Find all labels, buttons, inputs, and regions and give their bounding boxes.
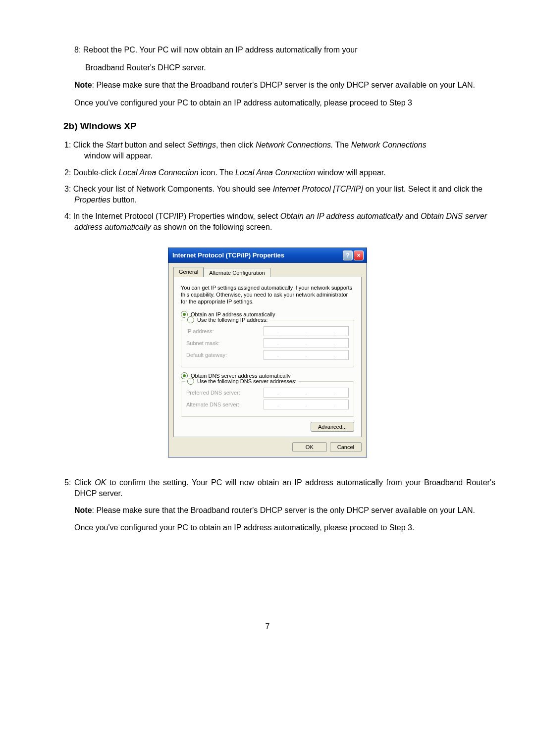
s3b: Internet Protocol [TCP/IP] bbox=[273, 185, 363, 193]
dialog-title: Internet Protocol (TCP/IP) Properties bbox=[172, 252, 284, 259]
step-4: 4: In the Internet Protocol (TCP/IP) Pro… bbox=[74, 211, 495, 232]
alt-dns-row: Alternate DNS server: ... bbox=[186, 400, 349, 409]
close-icon[interactable]: × bbox=[354, 251, 364, 260]
s1a: 1: Click the bbox=[64, 141, 106, 149]
subnet-input: ... bbox=[264, 338, 349, 348]
radio-icon bbox=[187, 316, 194, 323]
radio-use-ip[interactable]: Use the following IP address: bbox=[185, 316, 269, 323]
s2d: Local Area Connection bbox=[235, 168, 315, 177]
s2b: Local Area Connection bbox=[118, 168, 198, 177]
s4b: Obtain an IP address automatically bbox=[280, 212, 403, 220]
step-2: 2: Double-click Local Area Connection ic… bbox=[74, 167, 495, 178]
step-5: 5: Click OK to confirm the setting. Your… bbox=[74, 477, 495, 499]
advanced-row: Advanced... bbox=[181, 422, 354, 432]
gateway-row: Default gateway: ... bbox=[186, 350, 349, 360]
s4a: 4: In the Internet Protocol (TCP/IP) Pro… bbox=[64, 212, 280, 220]
group-dns: Use the following DNS server addresses: … bbox=[181, 381, 354, 417]
radio-use-ip-label: Use the following IP address: bbox=[197, 317, 268, 323]
ip-address-input: ... bbox=[264, 326, 349, 336]
titlebar-buttons: ? × bbox=[343, 251, 364, 260]
tab-general[interactable]: General bbox=[173, 267, 204, 277]
gateway-label: Default gateway: bbox=[186, 352, 227, 358]
note1-text: : Please make sure that the Broadband ro… bbox=[92, 81, 476, 89]
s1d: Settings bbox=[187, 141, 216, 149]
dialog-titlebar: Internet Protocol (TCP/IP) Properties ? … bbox=[168, 248, 367, 263]
s1e: , then click bbox=[216, 141, 256, 149]
ip-address-label: IP address: bbox=[186, 328, 214, 334]
note2: Note: Please make sure that the Broadban… bbox=[74, 505, 495, 516]
s1g: The bbox=[333, 141, 351, 149]
advanced-button[interactable]: Advanced... bbox=[311, 422, 354, 432]
note1: Note: Please make sure that the Broadban… bbox=[74, 80, 495, 91]
s1f: Network Connections. bbox=[256, 141, 333, 149]
s2e: window will appear. bbox=[315, 168, 385, 177]
s1h: Network Connections bbox=[351, 141, 427, 149]
note2-text: : Please make sure that the Broadband ro… bbox=[92, 506, 476, 514]
s1c: button and select bbox=[122, 141, 187, 149]
note1-label: Note bbox=[74, 81, 92, 89]
once-configured-2: Once you've configured your PC to obtain… bbox=[74, 522, 495, 533]
dialog-help-text: You can get IP settings assigned automat… bbox=[181, 284, 354, 305]
radio-icon bbox=[187, 378, 194, 385]
step8-line1: 8: Reboot the PC. Your PC will now obtai… bbox=[74, 45, 495, 55]
dialog-body: General Alternate Configuration You can … bbox=[168, 263, 367, 457]
s4c: and bbox=[403, 212, 421, 220]
dialog-tabs: General Alternate Configuration bbox=[173, 267, 362, 277]
s5b: OK bbox=[95, 478, 106, 487]
s1b: Start bbox=[106, 141, 123, 149]
document-page: 8: Reboot the PC. Your PC will now obtai… bbox=[0, 0, 535, 651]
step-1: 1: Click the Start button and select Set… bbox=[74, 140, 495, 161]
tab-panel-general: You can get IP settings assigned automat… bbox=[173, 277, 362, 438]
alt-dns-label: Alternate DNS server: bbox=[186, 402, 239, 407]
help-icon[interactable]: ? bbox=[343, 251, 353, 260]
gateway-input: ... bbox=[264, 350, 349, 360]
tcpip-properties-dialog: Internet Protocol (TCP/IP) Properties ? … bbox=[168, 248, 367, 458]
ip-address-row: IP address: ... bbox=[186, 326, 349, 336]
note2-label: Note bbox=[74, 506, 92, 514]
cancel-button[interactable]: Cancel bbox=[330, 442, 362, 452]
section-title-2b: 2b) Windows XP bbox=[63, 121, 495, 132]
s3d: Properties bbox=[74, 196, 110, 204]
step8-line2: Broadband Router's DHCP server. bbox=[85, 62, 495, 73]
page-number: 7 bbox=[40, 622, 495, 631]
s3c: on your list. Select it and click the bbox=[363, 185, 482, 193]
dialog-button-row: OK Cancel bbox=[173, 442, 362, 452]
s2a: 2: Double-click bbox=[64, 168, 118, 177]
pref-dns-input: ... bbox=[264, 388, 349, 398]
pref-dns-row: Preferred DNS server: ... bbox=[186, 388, 349, 398]
s4e: as shown on the following screen. bbox=[151, 223, 272, 231]
ok-button[interactable]: OK bbox=[292, 442, 327, 452]
s3a: 3: Check your list of Network Components… bbox=[64, 185, 273, 193]
pref-dns-label: Preferred DNS server: bbox=[186, 390, 240, 396]
s1i: window will appear. bbox=[84, 151, 495, 161]
s2c: icon. The bbox=[199, 168, 235, 177]
subnet-label: Subnet mask: bbox=[186, 340, 219, 346]
subnet-row: Subnet mask: ... bbox=[186, 338, 349, 348]
group-ip-address: Use the following IP address: IP address… bbox=[181, 320, 354, 367]
s5a: 5: Click bbox=[64, 478, 95, 487]
alt-dns-input: ... bbox=[264, 400, 349, 409]
radio-use-dns[interactable]: Use the following DNS server addresses: bbox=[185, 378, 299, 385]
tab-alternate-config[interactable]: Alternate Configuration bbox=[204, 268, 270, 277]
once-configured-1: Once you've configured your PC to obtain… bbox=[74, 98, 495, 108]
radio-use-dns-label: Use the following DNS server addresses: bbox=[197, 378, 297, 384]
dialog-screenshot: Internet Protocol (TCP/IP) Properties ? … bbox=[40, 248, 495, 458]
s3e: button. bbox=[110, 196, 137, 204]
s5c: to confirm the setting. Your PC will now… bbox=[74, 478, 495, 498]
step-3: 3: Check your list of Network Components… bbox=[74, 184, 495, 205]
